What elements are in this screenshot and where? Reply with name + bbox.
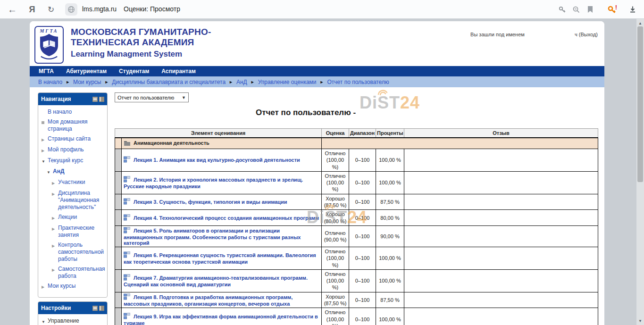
percent-cell: 100,00 % [376, 308, 404, 325]
download-icon[interactable] [627, 4, 638, 15]
sidebar-item-label: АнД [53, 168, 64, 175]
navbar-link[interactable]: МГТА [39, 68, 54, 75]
navbar-link[interactable]: Аспирантам [161, 68, 196, 75]
collapse-block-icon[interactable] [92, 306, 98, 311]
range-cell: 0–100 [349, 171, 376, 194]
navigation-tree: В начало Моя домашняя страница [38, 105, 107, 297]
url-text[interactable]: lms.mgta.ru [82, 5, 117, 13]
percent-cell: 100,00 % [376, 171, 404, 194]
tree-toggle-icon [42, 118, 48, 124]
zoom-search-icon[interactable] [571, 4, 581, 15]
range-cell: 0–100 [349, 210, 376, 226]
grade-item-link[interactable]: Лекция 9. Игра как эффективная форма ани… [124, 314, 318, 325]
navbar-link[interactable]: Студентам [119, 68, 149, 75]
grade-item-row: Лекция 7. Драматургия анимационно-театра… [115, 269, 598, 292]
grade-item-link[interactable]: Лекция 4. Технологический процесс создан… [134, 215, 319, 221]
sidebar-nav-item[interactable]: В начало [42, 108, 105, 116]
sidebar-nav-item[interactable]: Мои курсы [42, 283, 105, 291]
tree-toggle-icon [42, 135, 48, 143]
breadcrumb-link[interactable]: Дисциплины бакалавриата и специалитета [112, 79, 226, 85]
scroll-thumb[interactable] [637, 26, 643, 182]
dock-block-icon[interactable] [99, 306, 104, 311]
breadcrumb-link[interactable]: АнД [236, 79, 247, 85]
sidebar-item-label: Мой профиль [48, 146, 84, 153]
breadcrumb-link[interactable]: Отчет по пользователю [327, 79, 389, 85]
breadcrumb-link[interactable]: Мои курсы [73, 79, 101, 85]
logout-link[interactable]: ч (Выход) [575, 32, 598, 37]
sidebar-nav-item[interactable]: Практические занятия [42, 225, 105, 239]
collapse-block-icon[interactable] [92, 97, 98, 102]
grade-item-link[interactable]: Лекция 1. Анимация как вид культурно-дос… [134, 157, 300, 163]
feedback-cell [404, 149, 598, 172]
table-header-row: Элемент оценивания Оценка Диапазон Проце… [115, 129, 598, 138]
feedback-cell [404, 269, 598, 292]
logo-text: МГТА [35, 28, 63, 33]
sidebar-nav-item[interactable]: Лекции [42, 214, 105, 222]
indent-cell [115, 269, 122, 292]
grade-item-link[interactable]: Лекция 2. История и хронология массовых … [124, 177, 303, 189]
lesson-icon [124, 214, 130, 221]
password-key-icon[interactable] [557, 4, 567, 15]
range-cell: 0–100 [349, 194, 376, 210]
sidebar-nav-item[interactable]: Дисциплина "Анимационная деятельность" [42, 190, 105, 211]
grade-cell: Хорошо (80,00 %) [322, 210, 349, 226]
scroll-down-icon[interactable]: ▼ [636, 317, 644, 324]
dock-block-icon[interactable] [99, 97, 104, 102]
activity-icon [124, 251, 130, 259]
mgta-logo[interactable]: МГТА [34, 26, 64, 64]
scroll-up-icon[interactable]: ▲ [636, 20, 644, 26]
sidebar-nav-item[interactable]: Участники [42, 179, 105, 187]
grade-item-link[interactable]: Лекция 8. Подготовка и разработка анимац… [124, 294, 293, 307]
sidebar-item-label: Текущий курс [48, 157, 83, 164]
sidebar-nav-item[interactable]: Моя домашняя страница [42, 118, 105, 133]
grade-item-link[interactable]: Лекция 3. Сущность, функция, типология и… [134, 199, 287, 205]
grade-item-link[interactable]: Лекция 6. Рекреационная сущность туристс… [124, 252, 316, 265]
indent-cell [115, 149, 122, 172]
main-navbar: МГТА Абитуриентам Студентам Аспирантам [30, 66, 604, 76]
navbar-link[interactable]: Абитуриентам [66, 68, 107, 75]
item-title-cell: Лекция 6. Рекреационная сущность туристс… [122, 247, 322, 269]
lesson-icon [124, 176, 130, 183]
grade-item-link[interactable]: Лекция 7. Драматургия анимационно-театра… [124, 275, 308, 287]
col-header-feedback: Отзыв [404, 129, 598, 138]
scrollbar[interactable]: ▲ ▼ [636, 19, 644, 325]
navigation-block: Навигация В начало [38, 92, 108, 298]
bookmark-icon[interactable] [585, 4, 595, 15]
breadcrumb-link[interactable]: В начало [38, 79, 62, 85]
sidebar-nav-item[interactable]: Текущий курс [42, 157, 105, 165]
breadcrumb-link[interactable]: Управление оценками [258, 79, 317, 85]
item-title-cell: Лекция 7. Драматургия анимационно-театра… [122, 269, 322, 292]
yandex-browser-icon[interactable]: Я [26, 4, 38, 15]
grade-item-row: Лекция 2. История и хронология массовых … [115, 171, 598, 194]
tab-title: Оценки: Просмотр [124, 5, 180, 13]
activity-icon [124, 293, 130, 301]
site-favicon-box[interactable] [65, 3, 77, 16]
grade-item-row: Лекция 6. Рекреационная сущность туристс… [115, 247, 598, 269]
lesson-icon [124, 251, 130, 258]
page-title: Отчет по пользователю - [115, 108, 497, 117]
indent-cell [115, 138, 122, 149]
range-cell: 0–100 [349, 269, 376, 292]
sidebar-nav-item[interactable]: АнД [42, 168, 105, 176]
range-cell: 0–100 [349, 225, 376, 247]
password-alert-icon[interactable]: ! [607, 4, 617, 15]
breadcrumb-separator: ► [104, 80, 109, 84]
activity-icon [124, 198, 130, 206]
sidebar-nav-item[interactable]: Мой профиль [42, 146, 105, 154]
grade-cell: Отлично (100,00 %) [322, 149, 349, 172]
site-title-line2: ТЕХНИЧЕСКАЯ АКАДЕМИЯ [71, 37, 211, 48]
percent-cell: 87,50 % [376, 292, 404, 308]
sidebar-nav-item[interactable]: Самостоятельная работа [42, 266, 105, 280]
back-icon[interactable]: ← [7, 4, 18, 15]
report-type-select[interactable]: Отчет по пользователю ▼ [115, 92, 189, 102]
sidebar-item-label: Дисциплина "Анимационная деятельность" [58, 190, 105, 211]
reload-icon[interactable]: ↻ [45, 4, 57, 15]
sidebar-nav-item[interactable]: Контроль самостоятельной работы [42, 242, 105, 263]
activity-icon [124, 227, 130, 234]
grade-cell: Отлично (100,00 %) [322, 171, 349, 194]
breadcrumb-separator: ► [320, 80, 324, 84]
grade-item-row: Лекция 3. Сущность, функция, типология и… [115, 194, 598, 210]
grade-item-link[interactable]: Лекция 5. Роль аниматоров в организации … [124, 228, 301, 246]
sidebar-settings-item[interactable]: Управление оценками [42, 317, 105, 325]
sidebar-nav-item[interactable]: Страницы сайта [42, 135, 105, 143]
